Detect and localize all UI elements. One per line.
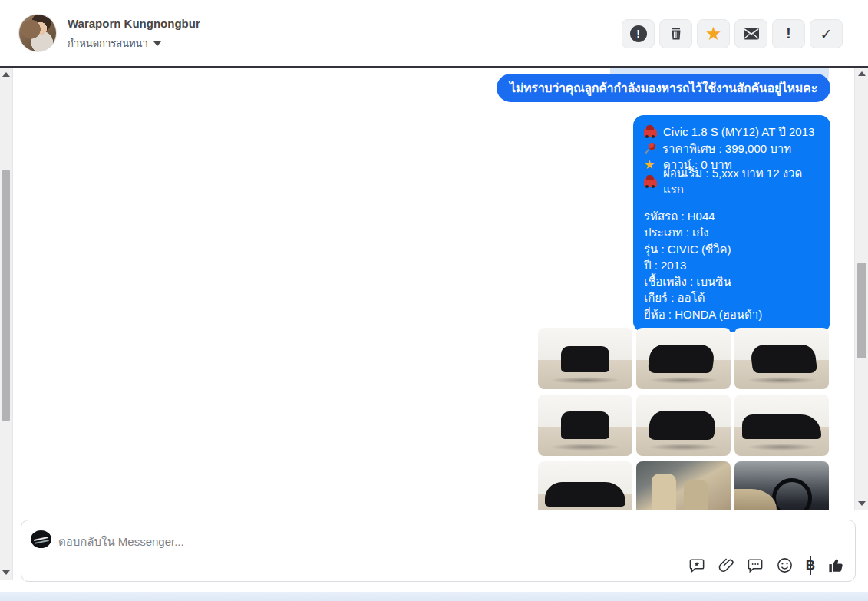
exclamation-circle-icon: !	[630, 25, 647, 42]
sent-message-bubble: ไม่ทราบว่าคุณลูกค้ากำลังมองหารถไว้ใช้งาน…	[497, 74, 830, 102]
chat-bubble-dots-icon	[747, 556, 764, 574]
user-name: Waraporn Kungnongbur	[68, 17, 200, 30]
card-detail-fuel: เชื้อเพลิง : เบนซิน	[644, 273, 820, 289]
saved-replies-button[interactable]	[688, 556, 706, 574]
envelope-icon	[743, 27, 760, 41]
paperclip-icon	[718, 556, 735, 574]
message-button[interactable]	[734, 19, 767, 48]
car-photo-dashboard[interactable]	[734, 461, 829, 510]
attach-button[interactable]	[718, 556, 735, 574]
conversation-label: กำหนดการสนทนา	[68, 35, 148, 51]
chevron-down-icon	[153, 41, 161, 46]
scrollbar-thumb[interactable]	[857, 263, 866, 358]
mark-done-button[interactable]: ✓	[810, 19, 843, 48]
chat-scroll-area: ไม่ทราบว่าคุณลูกค้ากำลังมองหารถไว้ใช้งาน…	[13, 68, 854, 510]
car-photo-front-quarter[interactable]	[636, 328, 731, 389]
composer-toolbar: B	[688, 556, 845, 574]
comment-button[interactable]	[747, 556, 764, 574]
chat-bubble-star-icon	[688, 556, 706, 574]
messenger-inbox-screen: Waraporn Kungnongbur กำหนดการสนทนา ! ★	[0, 0, 868, 601]
check-icon: ✓	[820, 25, 833, 42]
conversation-header: Waraporn Kungnongbur กำหนดการสนทนา ! ★	[0, 0, 868, 68]
star-icon: ★	[705, 25, 722, 43]
car-photo-side-profile[interactable]	[538, 461, 632, 510]
payment-button[interactable]: B	[805, 558, 816, 573]
car-emoji-icon	[644, 178, 657, 187]
star-button[interactable]: ★	[697, 19, 730, 48]
car-photo-rear[interactable]	[538, 395, 632, 456]
car-listing-card: Civic 1.8 S (MY12) AT ปี 2013 ราคาพิเศษ …	[633, 115, 830, 332]
card-detail-code: รหัสรถ : H044	[644, 208, 820, 224]
smiley-icon	[776, 556, 794, 574]
trash-icon	[668, 26, 684, 41]
next-section-strip	[0, 592, 868, 601]
page-scrollbar[interactable]	[0, 68, 13, 580]
delete-button[interactable]	[659, 19, 692, 48]
car-photo-rear-quarter-left[interactable]	[636, 395, 731, 456]
report-button[interactable]: !	[622, 19, 655, 48]
card-line: ราคาพิเศษ : 399,000 บาท	[644, 140, 820, 157]
card-installment: ผ่อนเริ่ม : 5,xxx บาท 12 งวดแรก	[663, 165, 820, 198]
card-detail-model: รุ่น : CIVIC (ซีวิค)	[644, 241, 820, 257]
scroll-up-arrow[interactable]	[2, 72, 10, 77]
card-price: ราคาพิเศษ : 399,000 บาท	[662, 140, 791, 157]
reply-composer[interactable]: ตอบกลับใน Messenger...	[21, 520, 856, 582]
header-actions: ! ★ !	[622, 19, 843, 48]
scroll-down-arrow[interactable]	[2, 570, 10, 575]
baht-icon: B	[806, 558, 815, 573]
card-line: ผ่อนเริ่ม : 5,xxx บาท 12 งวดแรก	[644, 173, 820, 190]
scroll-down-arrow[interactable]	[858, 501, 866, 506]
photo-grid	[538, 328, 829, 510]
card-detail-year: ปี : 2013	[644, 257, 820, 273]
scroll-up-arrow[interactable]	[858, 71, 866, 76]
card-detail-type: ประเภท : เก๋ง	[644, 224, 820, 240]
pushpin-emoji-icon	[644, 142, 656, 154]
conversation-label-dropdown[interactable]: กำหนดการสนทนา	[68, 35, 161, 51]
card-title: Civic 1.8 S (MY12) AT ปี 2013	[663, 124, 814, 140]
messenger-page-logo-icon	[31, 530, 51, 548]
card-detail-brand: ยี่ห้อ : HONDA (ฮอนด้า)	[644, 306, 820, 322]
card-detail-gear: เกียร์ : ออโต้	[644, 289, 820, 305]
scrollbar-thumb[interactable]	[2, 170, 10, 421]
car-emoji-icon	[644, 128, 657, 137]
emoji-button[interactable]	[776, 556, 794, 574]
reply-input-placeholder[interactable]: ตอบกลับใน Messenger...	[58, 533, 184, 551]
avatar[interactable]	[18, 14, 57, 52]
car-photo-front[interactable]	[538, 328, 632, 389]
exclamation-icon: !	[786, 25, 790, 42]
car-photo-side-rear[interactable]	[734, 395, 829, 456]
chat-scrollbar[interactable]	[854, 67, 868, 510]
car-photo-rear-quarter-right[interactable]	[734, 328, 829, 389]
thumbs-up-icon	[827, 556, 845, 575]
mark-important-button[interactable]: !	[772, 19, 805, 48]
car-photo-interior-seats[interactable]	[636, 461, 731, 510]
card-line: Civic 1.8 S (MY12) AT ปี 2013	[644, 124, 820, 140]
star-emoji-icon	[644, 158, 657, 172]
like-button[interactable]	[827, 556, 845, 574]
